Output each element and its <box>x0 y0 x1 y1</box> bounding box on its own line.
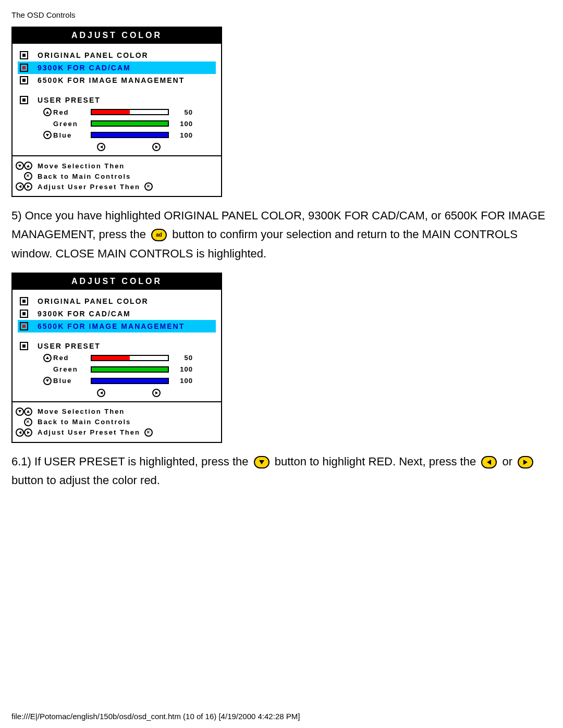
up-icon <box>43 354 52 362</box>
option-label: 6500K for Image Management <box>38 322 185 330</box>
hint-text: Back to Main Controls <box>38 172 131 180</box>
option-label: 6500K for Image Management <box>38 76 185 84</box>
left-button-icon <box>481 456 497 468</box>
rgb-row-green: Green 100 <box>18 364 216 375</box>
option-user-preset[interactable]: User Preset <box>18 94 216 106</box>
bar-green <box>91 120 169 127</box>
down-icon <box>43 131 52 139</box>
x-icon <box>144 182 153 191</box>
square-icon <box>20 76 28 84</box>
square-icon <box>20 51 28 59</box>
rgb-label: Blue <box>53 131 91 139</box>
x-icon <box>144 428 153 437</box>
left-icon <box>16 428 24 437</box>
hint-text: Back to Main Controls <box>38 418 131 426</box>
right-icon <box>152 143 161 151</box>
hint-text: Move Selection Then <box>38 162 125 170</box>
option-label: User Preset <box>38 96 101 104</box>
down-button-icon <box>254 456 270 468</box>
hint-text: Move Selection Then <box>38 408 125 415</box>
option-9300k[interactable]: 9300K for CAD/CAM <box>18 307 216 320</box>
right-icon <box>24 182 32 191</box>
down-icon <box>43 377 52 385</box>
option-9300k[interactable]: 9300K for CAD/CAM <box>18 61 216 74</box>
square-icon <box>20 342 28 350</box>
option-label: Original Panel Color <box>38 297 149 305</box>
osd-title: Adjust Color <box>13 28 221 44</box>
right-icon <box>24 428 32 437</box>
down-icon <box>16 408 24 416</box>
bar-blue <box>91 132 169 138</box>
rgb-label: Blue <box>53 377 91 385</box>
rgb-row-blue: Blue 100 <box>18 129 216 141</box>
rgb-value: 50 <box>174 354 193 362</box>
left-icon <box>97 143 105 151</box>
hint-text: Adjust User Preset Then <box>38 428 140 436</box>
square-icon <box>20 64 28 72</box>
step-6-text: 6.1) If USER PRESET is highlighted, pres… <box>11 452 552 490</box>
bar-green <box>91 366 169 373</box>
osd-hints: Move Selection Then Back to Main Control… <box>13 155 221 196</box>
right-button-icon <box>518 456 533 468</box>
option-6500k[interactable]: 6500K for Image Management <box>18 74 216 87</box>
option-label: Original Panel Color <box>38 51 149 59</box>
rgb-value: 50 <box>174 108 193 116</box>
up-icon <box>24 162 32 170</box>
rgb-value: 100 <box>174 120 193 128</box>
osd-hints: Move Selection Then Back to Main Control… <box>13 401 221 442</box>
option-original[interactable]: Original Panel Color <box>18 49 216 61</box>
osd-title: Adjust Color <box>13 274 221 290</box>
option-original[interactable]: Original Panel Color <box>18 295 216 307</box>
x-icon <box>24 172 32 180</box>
rgb-label: Red <box>53 354 91 362</box>
bar-red <box>91 355 169 361</box>
up-icon <box>43 108 52 116</box>
rgb-value: 100 <box>174 377 193 385</box>
square-icon <box>20 310 28 318</box>
up-icon <box>24 408 32 416</box>
rgb-row-red: Red 50 <box>18 106 216 118</box>
step-5-text: 5) Once you have highlighted ORIGINAL PA… <box>11 206 552 263</box>
hint-text: Adjust User Preset Then <box>38 183 140 191</box>
square-icon <box>20 322 28 330</box>
square-icon <box>20 297 28 305</box>
rgb-label: Green <box>53 365 91 373</box>
option-label: 9300K for CAD/CAM <box>38 64 131 72</box>
rgb-label: Green <box>53 120 91 128</box>
square-icon <box>20 96 28 104</box>
ok-button-icon: ad <box>151 229 167 241</box>
rgb-row-red: Red 50 <box>18 352 216 364</box>
option-6500k[interactable]: 6500K for Image Management <box>18 320 216 332</box>
left-icon <box>97 389 105 397</box>
x-icon <box>24 418 32 426</box>
rgb-row-green: Green 100 <box>18 118 216 129</box>
bar-red <box>91 109 169 115</box>
option-user-preset[interactable]: User Preset <box>18 340 216 352</box>
osd-panel-2: Adjust Color Original Panel Color 9300K … <box>11 273 222 443</box>
rgb-value: 100 <box>174 365 193 373</box>
left-icon <box>16 182 24 191</box>
osd-panel-1: Adjust Color Original Panel Color 9300K … <box>11 27 222 197</box>
bar-blue <box>91 378 169 384</box>
down-icon <box>16 162 24 170</box>
rgb-label: Red <box>53 108 91 116</box>
rgb-value: 100 <box>174 131 193 139</box>
rgb-row-blue: Blue 100 <box>18 375 216 387</box>
right-icon <box>152 389 161 397</box>
option-label: User Preset <box>38 342 101 350</box>
option-label: 9300K for CAD/CAM <box>38 310 131 318</box>
page-header: The OSD Controls <box>11 10 552 19</box>
